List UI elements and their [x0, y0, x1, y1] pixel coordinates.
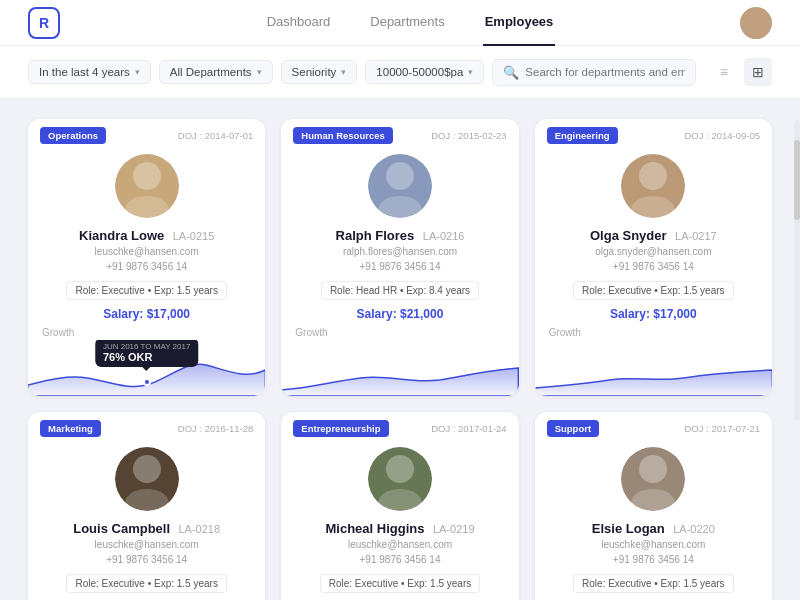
employee-id: LA-0215: [173, 230, 215, 242]
svg-point-9: [125, 489, 169, 511]
card-body: Olga Snyder LA-0217 olga.snyder@hansen.c…: [535, 150, 772, 321]
employee-card[interactable]: Engineering DOJ : 2014-09-05 Olga Snyder…: [535, 119, 772, 396]
emp-name-row: Ralph Flores LA-0216: [295, 226, 504, 244]
nav-departments[interactable]: Departments: [368, 0, 446, 46]
employee-role: Role: Executive • Exp: 1.5 years: [320, 574, 480, 593]
doj-label: DOJ : 2014-07-01: [178, 130, 254, 141]
card-footer: Growth JUN 2016 TO MAY 2017 76% OKR: [28, 327, 265, 396]
emp-name-row: Elsie Logan LA-0220: [549, 519, 758, 537]
svg-point-8: [133, 455, 161, 483]
employee-card[interactable]: Marketing DOJ : 2016-11-28 Louis Campbel…: [28, 412, 265, 600]
svg-point-13: [631, 489, 675, 511]
view-toggle: ≡ ⊞: [710, 58, 772, 86]
employee-avatar: [621, 447, 685, 511]
growth-chart: [535, 340, 772, 396]
employee-role: Role: Executive • Exp: 1.5 years: [66, 574, 226, 593]
dept-badge: Operations: [40, 127, 106, 144]
employee-id: LA-0218: [178, 523, 220, 535]
svg-point-6: [639, 162, 667, 190]
employee-name: Micheal Higgins: [325, 521, 424, 536]
doj-label: DOJ : 2014-09-05: [684, 130, 760, 141]
employee-phone: +91 9876 3456 14: [42, 259, 251, 274]
employee-name: Ralph Flores: [336, 228, 415, 243]
tooltip-box: JUN 2016 TO MAY 2017 76% OKR: [95, 340, 198, 367]
chevron-down-icon: ▾: [341, 67, 346, 77]
card-footer: Growth: [535, 327, 772, 396]
employee-salary: Salary: $17,000: [42, 307, 251, 321]
time-filter[interactable]: In the last 4 years ▾: [28, 60, 151, 84]
employee-name: Kiandra Lowe: [79, 228, 164, 243]
svg-point-0: [749, 12, 763, 26]
filters-bar: In the last 4 years ▾ All Departments ▾ …: [0, 46, 800, 99]
dept-badge: Entrepreneurship: [293, 420, 388, 437]
header: R Dashboard Departments Employees: [0, 0, 800, 46]
nav-employees[interactable]: Employees: [483, 0, 556, 46]
card-body: Kiandra Lowe LA-0215 leuschke@hansen.com…: [28, 150, 265, 321]
employee-email: leuschke@hansen.com: [42, 244, 251, 259]
svg-point-1: [745, 28, 767, 39]
card-header: Entrepreneurship DOJ : 2017-01-24: [281, 412, 518, 443]
employee-card[interactable]: Entrepreneurship DOJ : 2017-01-24 Michea…: [281, 412, 518, 600]
search-input[interactable]: [525, 66, 685, 78]
employee-avatar: [621, 154, 685, 218]
employee-phone: +91 9876 3456 14: [549, 259, 758, 274]
employee-role: Role: Executive • Exp: 1.5 years: [66, 281, 226, 300]
emp-name-row: Louis Campbell LA-0218: [42, 519, 251, 537]
card-body: Elsie Logan LA-0220 leuschke@hansen.com …: [535, 443, 772, 600]
scrollbar[interactable]: [794, 120, 800, 420]
user-avatar[interactable]: [740, 7, 772, 39]
nav: Dashboard Departments Employees: [80, 0, 740, 46]
employee-phone: +91 9876 3456 14: [295, 259, 504, 274]
employee-card[interactable]: Human Resources DOJ : 2015-02-23 Ralph F…: [281, 119, 518, 396]
dept-badge: Engineering: [547, 127, 618, 144]
employees-grid: Operations DOJ : 2014-07-01 Kiandra Lowe…: [0, 99, 800, 600]
grid-view-button[interactable]: ⊞: [744, 58, 772, 86]
employee-id: LA-0217: [675, 230, 717, 242]
growth-label: Growth: [28, 327, 265, 340]
employee-name: Elsie Logan: [592, 521, 665, 536]
emp-name-row: Kiandra Lowe LA-0215: [42, 226, 251, 244]
card-footer: Growth: [281, 327, 518, 396]
logo[interactable]: R: [28, 7, 60, 39]
card-body: Louis Campbell LA-0218 leuschke@hansen.c…: [28, 443, 265, 600]
svg-point-3: [125, 196, 169, 218]
employee-email: leuschke@hansen.com: [295, 537, 504, 552]
employee-card[interactable]: Operations DOJ : 2014-07-01 Kiandra Lowe…: [28, 119, 265, 396]
svg-point-5: [378, 196, 422, 218]
employee-role: Role: Executive • Exp: 1.5 years: [573, 281, 733, 300]
card-header: Human Resources DOJ : 2015-02-23: [281, 119, 518, 150]
seniority-filter[interactable]: Seniority ▾: [281, 60, 358, 84]
employee-card[interactable]: Support DOJ : 2017-07-21 Elsie Logan LA-…: [535, 412, 772, 600]
doj-label: DOJ : 2017-07-21: [684, 423, 760, 434]
chevron-down-icon: ▾: [468, 67, 473, 77]
card-header: Operations DOJ : 2014-07-01: [28, 119, 265, 150]
dept-filter[interactable]: All Departments ▾: [159, 60, 273, 84]
nav-dashboard[interactable]: Dashboard: [265, 0, 333, 46]
dept-badge: Marketing: [40, 420, 101, 437]
chevron-down-icon: ▾: [257, 67, 262, 77]
employee-salary: Salary: $21,000: [295, 307, 504, 321]
svg-point-4: [386, 162, 414, 190]
search-icon: 🔍: [503, 65, 519, 80]
card-body: Micheal Higgins LA-0219 leuschke@hansen.…: [281, 443, 518, 600]
scrollbar-thumb[interactable]: [794, 140, 800, 220]
card-body: Ralph Flores LA-0216 ralph.flores@hansen…: [281, 150, 518, 321]
employee-id: LA-0220: [673, 523, 715, 535]
growth-label: Growth: [535, 327, 772, 340]
list-view-button[interactable]: ≡: [710, 58, 738, 86]
svg-point-10: [386, 455, 414, 483]
employee-email: leuschke@hansen.com: [42, 537, 251, 552]
employee-role: Role: Head HR • Exp: 8.4 years: [321, 281, 479, 300]
employee-avatar: [115, 154, 179, 218]
employee-name: Louis Campbell: [73, 521, 170, 536]
dept-badge: Human Resources: [293, 127, 392, 144]
salary-filter[interactable]: 10000-50000$pa ▾: [365, 60, 484, 84]
employee-phone: +91 9876 3456 14: [295, 552, 504, 567]
emp-name-row: Micheal Higgins LA-0219: [295, 519, 504, 537]
employee-avatar: [368, 154, 432, 218]
employee-id: LA-0216: [423, 230, 465, 242]
growth-label: Growth: [281, 327, 518, 340]
growth-chart: JUN 2016 TO MAY 2017 76% OKR: [28, 340, 265, 396]
search-box[interactable]: 🔍: [492, 59, 696, 86]
card-header: Engineering DOJ : 2014-09-05: [535, 119, 772, 150]
